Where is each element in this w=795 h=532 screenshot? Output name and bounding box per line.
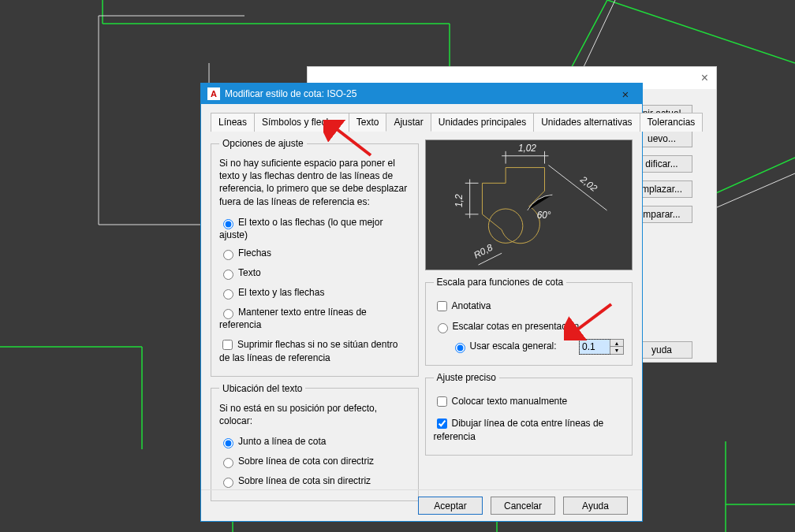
overall-scale-input[interactable] xyxy=(580,340,610,354)
spinner-down-icon[interactable]: ▼ xyxy=(610,347,623,354)
fit-options-intro: Si no hay suficiente espacio para poner … xyxy=(219,157,410,208)
tab-text[interactable]: Texto xyxy=(349,113,387,132)
scale-group: Escala para funciones de cota Anotativa … xyxy=(425,277,633,366)
text-placement-legend: Ubicación del texto xyxy=(219,383,305,394)
svg-text:2,02: 2,02 xyxy=(577,173,599,194)
radio-arrows[interactable]: Flechas xyxy=(219,245,410,262)
tab-fit[interactable]: Ajustar xyxy=(386,113,431,132)
dimension-preview: 1,02 1,2 2,02 60° R0,8 xyxy=(425,140,633,270)
help-button[interactable]: Ayuda xyxy=(563,497,628,515)
radio-beside-dim-line[interactable]: Junto a línea de cota xyxy=(219,433,410,451)
check-place-text-manually[interactable]: Colocar texto manualmente xyxy=(434,392,625,411)
radio-overall-scale[interactable]: Usar escala general: xyxy=(451,338,557,355)
spinner-up-icon[interactable]: ▲ xyxy=(610,340,623,347)
tab-tolerances[interactable]: Tolerancias xyxy=(640,113,704,132)
tab-alternate-units[interactable]: Unidades alternativas xyxy=(533,113,640,132)
modify-dimension-style-dialog: A Modificar estilo de cota: ISO-25 × Lín… xyxy=(200,83,643,522)
tab-symbols-arrows[interactable]: Símbolos y flechas xyxy=(254,113,349,132)
svg-line-17 xyxy=(548,166,607,210)
dialog-tabs: Líneas Símbolos y flechas Texto Ajustar … xyxy=(211,112,633,132)
tab-primary-units[interactable]: Unidades principales xyxy=(431,113,534,132)
fine-tuning-group: Ajuste preciso Colocar texto manualmente… xyxy=(425,372,633,456)
check-annotative[interactable]: Anotativa xyxy=(434,296,625,316)
svg-text:1,02: 1,02 xyxy=(517,143,536,154)
scale-legend: Escala para funciones de cota xyxy=(434,277,567,288)
close-button[interactable]: × xyxy=(615,84,636,104)
svg-text:R0,8: R0,8 xyxy=(472,242,495,261)
radio-over-without-leader[interactable]: Sobre línea de cota sin directriz xyxy=(219,473,410,490)
tab-lines[interactable]: Líneas xyxy=(211,113,255,132)
autocad-app-icon: A xyxy=(207,87,220,100)
overall-scale-spinner[interactable]: ▲ ▼ xyxy=(579,339,624,355)
svg-text:60°: 60° xyxy=(536,210,551,221)
radio-either-text-or-arrows[interactable]: El texto o las flechas (lo que mejor aju… xyxy=(219,214,410,243)
cancel-button[interactable]: Cancelar xyxy=(491,497,555,515)
ok-button[interactable]: Aceptar xyxy=(418,497,483,515)
radio-scale-layout[interactable]: Escalar cotas en presentación xyxy=(434,318,625,336)
text-placement-intro: Si no está en su posición por defecto, c… xyxy=(219,402,410,427)
radio-text[interactable]: Texto xyxy=(219,265,410,282)
svg-text:1,2: 1,2 xyxy=(453,194,464,207)
fit-options-group: Opciones de ajuste Si no hay suficiente … xyxy=(211,138,419,377)
text-placement-group: Ubicación del texto Si no está en su pos… xyxy=(211,383,419,501)
radio-keep-text-inside[interactable]: Mantener texto entre líneas de referenci… xyxy=(219,304,410,333)
fine-tuning-legend: Ajuste preciso xyxy=(434,372,499,383)
close-icon[interactable]: × xyxy=(701,71,708,85)
dialog-titlebar[interactable]: A Modificar estilo de cota: ISO-25 × xyxy=(201,84,642,104)
radio-over-with-leader[interactable]: Sobre línea de cota con directriz xyxy=(219,453,410,471)
radio-both-text-and-arrows[interactable]: El texto y las flechas xyxy=(219,285,410,302)
fit-options-legend: Opciones de ajuste xyxy=(219,138,307,149)
check-draw-dim-line-between[interactable]: Dibujar línea de cota entre líneas de re… xyxy=(434,414,625,445)
dialog-title: Modificar estilo de cota: ISO-25 xyxy=(225,88,356,99)
svg-point-10 xyxy=(488,209,522,243)
dialog-footer: Aceptar Cancelar Ayuda xyxy=(201,489,642,521)
check-suppress-arrows[interactable]: Suprimir flechas si no se sitúan dentro … xyxy=(219,335,410,366)
